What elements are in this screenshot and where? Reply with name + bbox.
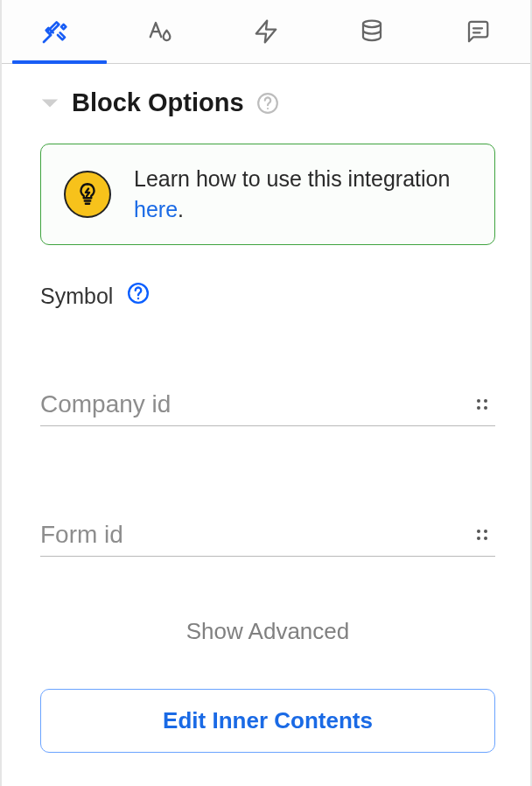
- svg-point-9: [477, 399, 480, 403]
- show-advanced-button[interactable]: Show Advanced: [40, 618, 495, 645]
- active-tab-indicator: [12, 60, 107, 64]
- edit-inner-contents-button[interactable]: Edit Inner Contents: [40, 689, 495, 753]
- svg-marker-0: [256, 21, 276, 43]
- tab-design[interactable]: [38, 18, 70, 49]
- field-company-id: [40, 390, 495, 426]
- svg-point-6: [266, 107, 268, 109]
- form-id-input[interactable]: [40, 521, 469, 549]
- help-icon[interactable]: [256, 92, 279, 115]
- info-banner: Learn how to use this integration here.: [40, 144, 495, 245]
- panel-content: Block Options Learn how to use this inte…: [2, 64, 530, 777]
- svg-point-12: [484, 406, 487, 410]
- tools-icon: [40, 18, 68, 49]
- database-icon: [359, 18, 385, 48]
- svg-point-13: [477, 530, 480, 533]
- tab-style[interactable]: [144, 18, 176, 49]
- banner-link[interactable]: here: [134, 197, 178, 221]
- svg-point-16: [484, 537, 487, 540]
- svg-point-1: [363, 21, 381, 28]
- section-header[interactable]: Block Options: [40, 88, 495, 117]
- chevron-down-icon: [40, 97, 60, 109]
- drag-handle-icon[interactable]: [469, 522, 495, 548]
- svg-point-14: [484, 530, 487, 533]
- symbol-label: Symbol: [40, 284, 113, 309]
- lightbulb-icon: [64, 171, 111, 218]
- svg-point-15: [477, 537, 480, 540]
- property-tabbar: [2, 0, 530, 64]
- symbol-row: Symbol: [40, 282, 495, 310]
- field-form-id: [40, 521, 495, 557]
- svg-marker-4: [42, 99, 58, 107]
- svg-point-8: [137, 298, 139, 299]
- help-icon[interactable]: [127, 282, 150, 310]
- banner-text-suffix: .: [178, 197, 184, 221]
- text-drop-icon: [147, 18, 173, 48]
- company-id-input[interactable]: [40, 390, 469, 418]
- bolt-icon: [253, 18, 279, 48]
- svg-point-11: [477, 406, 480, 410]
- section-title: Block Options: [72, 88, 244, 117]
- svg-point-10: [484, 399, 487, 403]
- banner-text-prefix: Learn how to use this integration: [134, 166, 450, 191]
- drag-handle-icon[interactable]: [469, 391, 495, 418]
- banner-text: Learn how to use this integration here.: [134, 164, 472, 225]
- tab-comments[interactable]: [462, 18, 494, 49]
- tab-data[interactable]: [356, 18, 388, 49]
- chat-icon: [465, 18, 491, 48]
- tab-actions[interactable]: [250, 18, 282, 49]
